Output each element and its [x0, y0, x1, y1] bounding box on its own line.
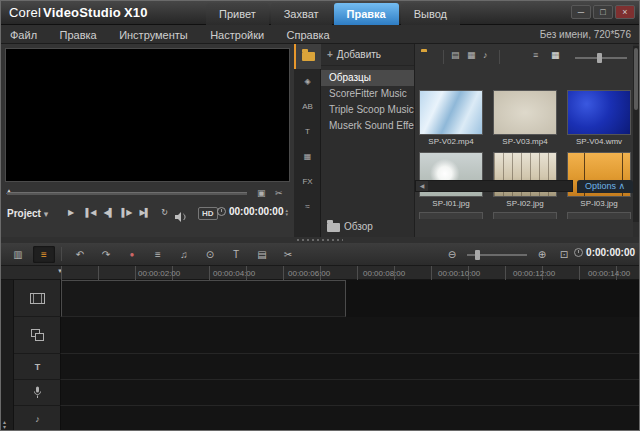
- thumb-zoom-knob[interactable]: [597, 53, 602, 63]
- overlay-track-row[interactable]: [61, 317, 639, 354]
- enlarge-preview-icon[interactable]: ▣: [257, 189, 266, 198]
- logo-product: VideoStudio: [43, 5, 121, 20]
- list-view-icon[interactable]: ≡: [533, 50, 538, 60]
- close-button[interactable]: ×: [615, 5, 635, 19]
- title-track-icon: T: [35, 362, 41, 372]
- library-nav-strip: ◈ AB T ▦ FX ≈: [294, 44, 321, 237]
- category-samples[interactable]: Образцы: [321, 70, 414, 86]
- voice-track-button[interactable]: [14, 380, 61, 406]
- thumbnail-view-icon[interactable]: ▦: [551, 50, 560, 60]
- zoom-out-icon[interactable]: ⊖: [441, 246, 463, 263]
- add-button[interactable]: +Добавить: [321, 44, 414, 66]
- timeline-ruler[interactable]: ▼ 00:00:02:00 00:00:04:00 00:00:06:00 00…: [1, 266, 639, 280]
- options-button[interactable]: Options ∧: [577, 180, 633, 193]
- sound-mixer-icon[interactable]: ≡: [147, 246, 169, 263]
- track-scroll-arrows[interactable]: ▴▾: [3, 420, 6, 430]
- fit-project-icon[interactable]: ⊡: [553, 246, 575, 263]
- library-item-thumb[interactable]: [567, 90, 631, 135]
- filmstrip-icon: [30, 293, 45, 304]
- subtitle-editor-icon[interactable]: T: [225, 246, 247, 263]
- track-header-column: ▴▾ T ♪: [1, 280, 61, 431]
- library-scrollbar-thumb[interactable]: [634, 48, 638, 110]
- timeline-counter: 0:00:00:00: [574, 247, 635, 258]
- auto-music-icon[interactable]: ♫: [173, 246, 195, 263]
- library-item-thumb[interactable]: [419, 90, 483, 135]
- timeline-view-icon[interactable]: ≡: [33, 246, 55, 263]
- browse-folder-icon: [327, 223, 340, 232]
- overlay-track-button[interactable]: [14, 317, 61, 354]
- redo-icon[interactable]: ↷: [95, 246, 117, 263]
- ruler-label: 00:00:06:00: [288, 269, 330, 278]
- hd-toggle[interactable]: HD: [198, 207, 218, 220]
- home-button[interactable]: ▌◀: [83, 205, 98, 220]
- scroll-left-icon[interactable]: ◀: [416, 181, 428, 191]
- timeline-zoom-knob[interactable]: [475, 250, 480, 260]
- zoom-in-icon[interactable]: ⊕: [531, 246, 553, 263]
- storyboard-view-icon[interactable]: ▥: [7, 246, 29, 263]
- title-icon[interactable]: T: [294, 119, 321, 144]
- library-hscrollbar[interactable]: ◀: [415, 180, 573, 192]
- scrubber-track[interactable]: [7, 192, 247, 195]
- motion-path-icon[interactable]: ≈: [294, 194, 321, 219]
- title-track-row[interactable]: [61, 354, 639, 380]
- category-muserk[interactable]: Muserk Sound Effect: [321, 118, 414, 134]
- menu-tools[interactable]: Инструменты: [110, 26, 197, 45]
- clock-icon: [217, 207, 226, 216]
- ruler-label: 00:00:12:00: [513, 269, 555, 278]
- play-button[interactable]: ▶: [63, 205, 78, 220]
- motion-tracking-icon[interactable]: ⊙: [199, 246, 221, 263]
- repeat-button[interactable]: ↻: [157, 205, 172, 220]
- filter-audio-icon[interactable]: ♪: [483, 50, 488, 60]
- menu-file[interactable]: Файл: [1, 26, 46, 45]
- undo-icon[interactable]: ↶: [69, 246, 91, 263]
- tab-edit[interactable]: Правка: [334, 3, 399, 25]
- video-preview[interactable]: [5, 48, 290, 182]
- track-manager-icon[interactable]: ▤: [251, 246, 273, 263]
- filter-video-icon[interactable]: ▤: [451, 50, 460, 60]
- volume-icon[interactable]: [175, 208, 188, 226]
- graphic-icon[interactable]: ▦: [294, 144, 321, 169]
- music-track-row[interactable]: [61, 406, 639, 431]
- video-track-button[interactable]: [14, 280, 61, 317]
- prev-frame-button[interactable]: ◀▌: [101, 205, 116, 220]
- library-scrollbar[interactable]: [633, 46, 639, 222]
- ruler-label: 00:00:10:00: [438, 269, 480, 278]
- filter-fx-icon[interactable]: FX: [294, 169, 321, 194]
- tab-share[interactable]: Вывод: [401, 3, 460, 25]
- record-capture-icon[interactable]: ●: [121, 246, 143, 263]
- library-item-thumb[interactable]: [493, 90, 557, 135]
- preview-panel: ▲ ▣ ✂ Project ▾ ▶ ▌◀ ◀▌ ▌▶ ▶▌ ↻ HD 00:00…: [1, 44, 294, 237]
- folder-icon: [302, 52, 315, 61]
- title-track-button[interactable]: T: [14, 354, 61, 380]
- video-track-row[interactable]: [61, 280, 346, 317]
- category-scorefitter[interactable]: ScoreFitter Music: [321, 86, 414, 102]
- tab-welcome[interactable]: Привет: [206, 3, 269, 25]
- browse-button[interactable]: Обзор: [321, 219, 373, 235]
- filter-photo-icon[interactable]: ▦: [467, 50, 476, 60]
- tab-capture[interactable]: Захват: [271, 3, 332, 25]
- add-label: Добавить: [337, 49, 381, 60]
- music-track-button[interactable]: ♪: [14, 406, 61, 431]
- instant-project-icon[interactable]: ◈: [294, 69, 321, 94]
- end-button[interactable]: ▶▌: [137, 205, 152, 220]
- next-frame-button[interactable]: ▌▶: [119, 205, 134, 220]
- voice-track-row[interactable]: [61, 380, 639, 406]
- project-mode-button[interactable]: Project ▾: [7, 208, 48, 219]
- transitions-icon[interactable]: AB: [294, 94, 321, 119]
- split-clip-toolbar-icon[interactable]: ✂: [277, 246, 299, 263]
- ruler-ticks: 00:00:02:00 00:00:04:00 00:00:06:00 00:0…: [61, 266, 639, 280]
- ruler-label: 00:00:02:00: [138, 269, 180, 278]
- menu-settings[interactable]: Настройки: [201, 26, 273, 45]
- split-clip-icon[interactable]: ✂: [275, 189, 283, 198]
- library-item-name: SP-V03.mp4: [491, 137, 559, 146]
- preview-timecode[interactable]: 00:00:00:00▴▾: [217, 206, 288, 217]
- minimize-button[interactable]: ─: [571, 5, 591, 19]
- library-item-name: SP-I02.jpg: [491, 199, 559, 208]
- timecode-spinner[interactable]: ▴▾: [285, 208, 288, 216]
- menu-help[interactable]: Справка: [278, 26, 339, 45]
- microphone-icon: [33, 386, 42, 399]
- menu-edit[interactable]: Правка: [51, 26, 106, 45]
- maximize-button[interactable]: □: [593, 5, 613, 19]
- category-triplescoop[interactable]: Triple Scoop Music: [321, 102, 414, 118]
- media-library-icon[interactable]: [294, 44, 321, 69]
